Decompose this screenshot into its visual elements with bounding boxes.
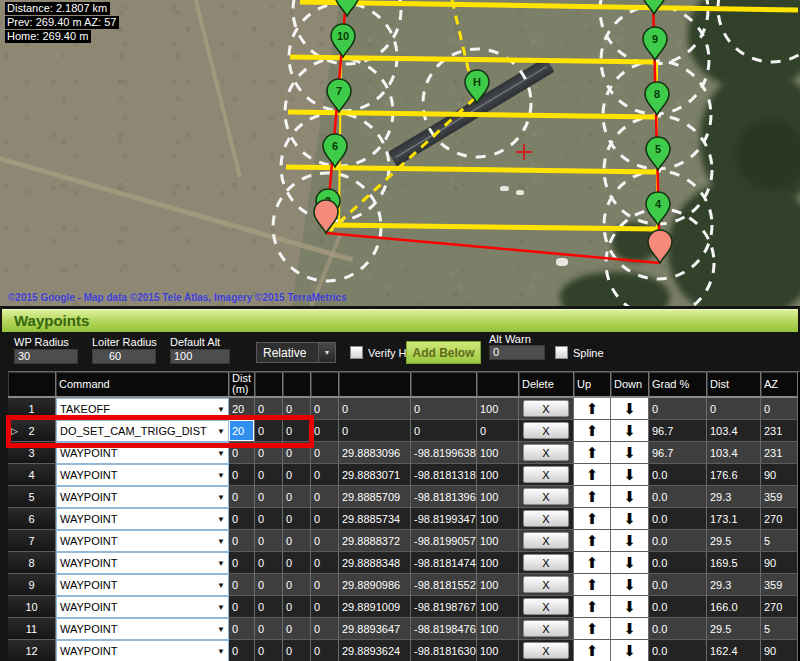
alt-cell[interactable]: 100 (477, 530, 519, 552)
param1-cell[interactable]: 20 (229, 398, 255, 420)
move-up-button[interactable]: ⬆ (574, 574, 611, 596)
param3-cell[interactable]: 0 (283, 398, 311, 420)
chevron-down-icon[interactable]: ▼ (217, 515, 225, 524)
alt-cell[interactable]: 100 (477, 596, 519, 618)
waypoint-pin-10[interactable]: 10 (331, 24, 355, 57)
move-down-button[interactable]: ⬇ (611, 640, 649, 661)
move-up-button[interactable]: ⬆ (574, 640, 611, 661)
delete-row-button[interactable]: X (523, 466, 569, 483)
delete-row-button[interactable]: X (523, 576, 569, 593)
move-down-button[interactable]: ⬇ (611, 508, 649, 530)
delete-row-button[interactable]: X (523, 510, 569, 527)
row-header[interactable]: 6 (8, 508, 56, 530)
param1-cell[interactable]: 0 (229, 508, 255, 530)
chevron-down-icon[interactable]: ▼ (217, 493, 225, 502)
move-up-button[interactable]: ⬆ (574, 618, 611, 640)
move-up-button[interactable]: ⬆ (574, 486, 611, 508)
move-down-button[interactable]: ⬇ (611, 530, 649, 552)
param3-cell[interactable]: 0 (283, 574, 311, 596)
lat-cell[interactable]: 29.8883071 (339, 464, 411, 486)
row-header[interactable]: 9 (8, 574, 56, 596)
long-cell[interactable]: -98.8181630 (411, 640, 477, 661)
move-up-button[interactable]: ⬆ (574, 552, 611, 574)
long-cell[interactable]: 0 (411, 420, 477, 442)
param2-cell[interactable]: 0 (255, 464, 283, 486)
move-down-button[interactable]: ⬇ (611, 420, 649, 442)
param4-cell[interactable]: 0 (311, 640, 339, 661)
alt-cell[interactable]: 100 (477, 574, 519, 596)
chevron-down-icon[interactable]: ▼ (217, 537, 225, 546)
waypoint-pin-6[interactable]: 6 (323, 134, 347, 167)
param4-cell[interactable]: 0 (311, 398, 339, 420)
param2-cell[interactable]: 0 (255, 596, 283, 618)
command-dropdown[interactable]: WAYPOINT▼ (56, 508, 229, 530)
move-down-button[interactable]: ⬇ (611, 574, 649, 596)
param4-cell[interactable]: 0 (311, 508, 339, 530)
delete-row-button[interactable]: X (523, 642, 569, 659)
param4-cell[interactable]: 0 (311, 530, 339, 552)
param4-cell[interactable]: 0 (311, 464, 339, 486)
param1-cell[interactable]: 0 (229, 486, 255, 508)
param2-cell[interactable]: 0 (255, 530, 283, 552)
long-cell[interactable]: -98.8199347 (411, 508, 477, 530)
waypoint-pin-5[interactable]: 5 (646, 137, 670, 170)
command-dropdown[interactable]: WAYPOINT▼ (56, 530, 229, 552)
move-down-button[interactable]: ⬇ (611, 442, 649, 464)
lat-cell[interactable]: 29.8890986 (339, 574, 411, 596)
param3-cell[interactable]: 0 (283, 640, 311, 661)
param2-cell[interactable]: 0 (255, 420, 283, 442)
param2-cell[interactable]: 0 (255, 508, 283, 530)
move-up-button[interactable]: ⬆ (574, 442, 611, 464)
move-up-button[interactable]: ⬆ (574, 398, 611, 420)
command-dropdown[interactable]: WAYPOINT▼ (56, 552, 229, 574)
param1-cell[interactable]: 0 (229, 574, 255, 596)
long-cell[interactable]: -98.8181396 (411, 486, 477, 508)
polygon-corner-pin[interactable] (314, 200, 338, 233)
row-header[interactable]: 12 (8, 640, 56, 661)
lat-cell[interactable]: 29.8893647 (339, 618, 411, 640)
param4-cell[interactable]: 0 (311, 596, 339, 618)
lat-cell[interactable]: 29.8888372 (339, 530, 411, 552)
verify-height-checkbox[interactable] (350, 346, 363, 359)
row-header[interactable]: 5 (8, 486, 56, 508)
chevron-down-icon[interactable]: ▼ (217, 427, 225, 436)
param3-cell[interactable]: 0 (283, 442, 311, 464)
param2-cell[interactable]: 0 (255, 486, 283, 508)
param1-cell[interactable]: 0 (229, 552, 255, 574)
move-up-button[interactable]: ⬆ (574, 530, 611, 552)
command-dropdown[interactable]: WAYPOINT▼ (56, 596, 229, 618)
move-down-button[interactable]: ⬇ (611, 552, 649, 574)
param2-cell[interactable]: 0 (255, 398, 283, 420)
param3-cell[interactable]: 0 (283, 552, 311, 574)
command-dropdown[interactable]: TAKEOFF▼ (56, 398, 229, 420)
row-header[interactable]: 10 (8, 596, 56, 618)
long-cell[interactable]: -98.8198767 (411, 596, 477, 618)
loiter-radius-input[interactable]: 60 (92, 349, 156, 364)
long-cell[interactable]: -98.8181552 (411, 574, 477, 596)
alt-warn-input[interactable]: 0 (489, 345, 545, 360)
chevron-down-icon[interactable]: ▼ (217, 625, 225, 634)
param1-cell[interactable]: 0 (229, 530, 255, 552)
param3-cell[interactable]: 0 (283, 596, 311, 618)
lat-cell[interactable]: 0 (339, 398, 411, 420)
param1-cell[interactable]: 0 (229, 596, 255, 618)
param4-cell[interactable]: 0 (311, 442, 339, 464)
move-up-button[interactable]: ⬆ (574, 464, 611, 486)
lat-cell[interactable]: 0 (339, 420, 411, 442)
alt-cell[interactable]: 100 (477, 508, 519, 530)
polygon-corner-pin[interactable] (648, 230, 672, 263)
param4-cell[interactable]: 0 (311, 420, 339, 442)
delete-row-button[interactable]: X (523, 620, 569, 637)
long-cell[interactable]: -98.8181474 (411, 552, 477, 574)
wp-radius-input[interactable]: 30 (14, 349, 78, 364)
alt-cell[interactable]: 100 (477, 398, 519, 420)
map-view[interactable]: 1110763129854H Distance: 2.1807 km Prev:… (0, 0, 800, 306)
move-down-button[interactable]: ⬇ (611, 398, 649, 420)
param3-cell[interactable]: 0 (283, 420, 311, 442)
param1-cell[interactable]: 0 (229, 464, 255, 486)
spline-checkbox[interactable] (555, 346, 568, 359)
chevron-down-icon[interactable]: ▼ (217, 449, 225, 458)
param3-cell[interactable]: 0 (283, 508, 311, 530)
delete-row-button[interactable]: X (523, 598, 569, 615)
param4-cell[interactable]: 0 (311, 486, 339, 508)
